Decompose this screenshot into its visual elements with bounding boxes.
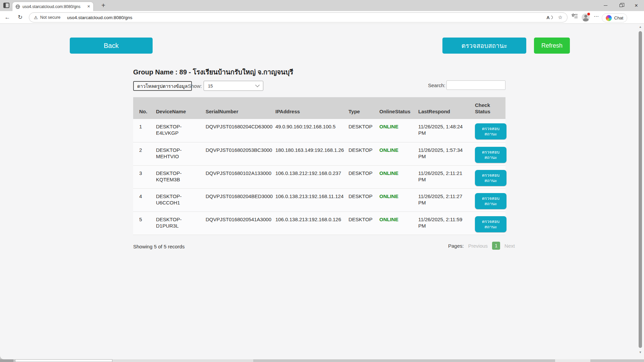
records-summary: Showing 5 of 5 records (133, 244, 184, 249)
search-label: Search: (428, 82, 445, 88)
table-row: 1 DESKTOP-E4LVKGP DQVPJST01680204CD63000… (133, 119, 505, 142)
read-aloud-icon[interactable]: A (546, 15, 549, 20)
not-secure-warning-icon: ⚠ (34, 15, 38, 20)
cell-type: DESKTOP (342, 188, 373, 212)
table-row: 4 DESKTOP-U6CCOH1 DQVPJST01680204BED3000… (133, 188, 505, 212)
row-check-status-button[interactable]: ตรวจสอบสถานะ (475, 123, 506, 139)
row-check-status-button[interactable]: ตรวจสอบสถานะ (475, 170, 506, 186)
cell-serial-number: DQVPJST01680204BED3000 (200, 188, 269, 212)
collections-icon[interactable] (572, 13, 578, 19)
cell-check-status: ตรวจสอบสถานะ (469, 212, 505, 235)
settings-more-icon[interactable]: ⋯ (594, 13, 599, 19)
cell-no: 1 (133, 119, 150, 142)
next-page-button[interactable]: Next (504, 243, 515, 249)
table-row: 3 DESKTOP-KQTEM3B DQVPJST01680102A133000… (133, 165, 505, 188)
check-status-button[interactable]: ตรวจสอบสถานะ (442, 38, 526, 54)
row-check-status-button[interactable]: ตรวจสอบสถานะ (475, 147, 506, 163)
scroll-down-icon[interactable]: ▼ (638, 351, 642, 354)
cell-serial-number: DQVPJST0168020541A3000 (200, 212, 269, 235)
tab-title: uso4.starcatcloud.com:8080/gns (22, 4, 85, 9)
favorite-star-icon[interactable]: ☆ (558, 14, 562, 20)
refresh-button[interactable]: Refresh (534, 38, 570, 54)
tab-close-icon[interactable]: ✕ (87, 4, 90, 9)
scrollbar-thumb[interactable] (639, 31, 642, 348)
col-ip-address: IPAddress (269, 97, 342, 119)
table-row: 2 DESKTOP-MEHTVIO DQVPJST016802053BC3000… (133, 142, 505, 165)
current-page-badge[interactable]: 1 (492, 242, 500, 250)
profile-avatar[interactable] (582, 13, 590, 21)
search-input[interactable] (446, 80, 505, 90)
cell-last-respond: 11/26/2025, 2:11:59 PM (412, 212, 469, 235)
not-secure-label[interactable]: Not secure (40, 15, 60, 20)
taskbar-segment (555, 359, 590, 362)
address-bar[interactable]: ⚠ Not secure uso4.starcatcloud.com:8080/… (29, 12, 568, 22)
cell-device-name: DESKTOP-E4LVKGP (150, 119, 200, 142)
cell-device-name: DESKTOP-MEHTVIO (150, 142, 200, 165)
cell-check-status: ตรวจสอบสถานะ (469, 119, 505, 142)
download-table-button[interactable]: ดาวโหลดรูปตารางข้อมูล (133, 81, 192, 91)
cell-online-status: ONLINE (373, 165, 412, 188)
taskbar-segment (112, 359, 253, 362)
table-row: 5 DESKTOP-D1PUR3L DQVPJST0168020541A3000… (133, 212, 505, 235)
restore-icon[interactable] (613, 0, 629, 11)
copilot-icon (606, 15, 612, 21)
cell-no: 4 (133, 188, 150, 212)
cell-ip-address: 106.0.138.213:192.168.0.126 (269, 212, 342, 235)
back-button[interactable]: Back (70, 38, 153, 54)
row-check-status-button[interactable]: ตรวจสอบสถานะ (475, 193, 506, 209)
pages-label: Pages: (448, 243, 464, 249)
chevron-down-icon (255, 83, 260, 87)
show-select[interactable]: 15 (204, 81, 263, 91)
browser-tab[interactable]: uso4.starcatcloud.com:8080/gns ✕ (12, 2, 93, 11)
new-tab-icon[interactable]: + (99, 1, 108, 10)
cell-no: 3 (133, 165, 150, 188)
cell-type: DESKTOP (342, 212, 373, 235)
cell-check-status: ตรวจสอบสถานะ (469, 142, 505, 165)
cell-online-status: ONLINE (373, 119, 412, 142)
minimize-icon[interactable] (598, 0, 613, 11)
cell-online-status: ONLINE (373, 188, 412, 212)
copilot-chat-label: Chat (614, 15, 623, 20)
col-check-status: Check Status (469, 97, 505, 119)
cell-device-name: DESKTOP-U6CCOH1 (150, 188, 200, 212)
cell-ip-address: 49.0.90.160:192.168.100.5 (269, 119, 342, 142)
cell-serial-number: DQVPJST016802053BC3000 (200, 142, 269, 165)
read-aloud-arc-icon (551, 16, 553, 19)
col-no: No. (133, 97, 150, 119)
cell-device-name: DESKTOP-KQTEM3B (150, 165, 200, 188)
show-select-value: 15 (208, 83, 256, 88)
copilot-chat-button[interactable]: Chat (602, 13, 627, 22)
cell-check-status: ตรวจสอบสถานะ (469, 188, 505, 212)
row-check-status-button[interactable]: ตรวจสอบสถานะ (475, 216, 506, 232)
cell-online-status: ONLINE (373, 142, 412, 165)
previous-page-button[interactable]: Previous (468, 243, 488, 249)
taskbar-segment (0, 359, 13, 362)
cell-type: DESKTOP (342, 119, 373, 142)
cell-check-status: ตรวจสอบสถานะ (469, 165, 505, 188)
taskbar-sliver (0, 359, 644, 362)
scroll-up-icon[interactable]: ▲ (638, 25, 642, 28)
col-device-name: DeviceName (150, 97, 200, 119)
device-table: No. DeviceName SerialNumber IPAddress Ty… (133, 97, 505, 235)
col-last-respond: LastRespond (412, 97, 469, 119)
cell-ip-address: 106.0.138.213:192.168.11.124 (269, 188, 342, 212)
table-header-row: No. DeviceName SerialNumber IPAddress Ty… (133, 97, 505, 119)
cell-no: 5 (133, 212, 150, 235)
col-type: Type (342, 97, 373, 119)
globe-icon (15, 4, 20, 9)
cell-type: DESKTOP (342, 142, 373, 165)
cell-serial-number: DQVPJST01680204CD63000 (200, 119, 269, 142)
window-close-icon[interactable]: ✕ (629, 0, 644, 11)
window-controls: ✕ (598, 0, 644, 11)
cell-no: 2 (133, 142, 150, 165)
cell-device-name: DESKTOP-D1PUR3L (150, 212, 200, 235)
back-nav-icon[interactable]: ← (3, 13, 12, 22)
cell-type: DESKTOP (342, 165, 373, 188)
reload-icon[interactable]: ↻ (15, 13, 25, 22)
page-content: Back ตรวจสอบสถานะ Refresh Group Name : 8… (0, 24, 644, 359)
url-text[interactable]: uso4.starcatcloud.com:8080/gns (67, 15, 546, 20)
browser-tab-strip: uso4.starcatcloud.com:8080/gns ✕ + ✕ (0, 0, 644, 11)
tab-actions-menu-icon[interactable] (3, 3, 9, 8)
cell-ip-address: 180.180.163.149:192.168.1.26 (269, 142, 342, 165)
col-online-status: OnlineStatus (373, 97, 412, 119)
